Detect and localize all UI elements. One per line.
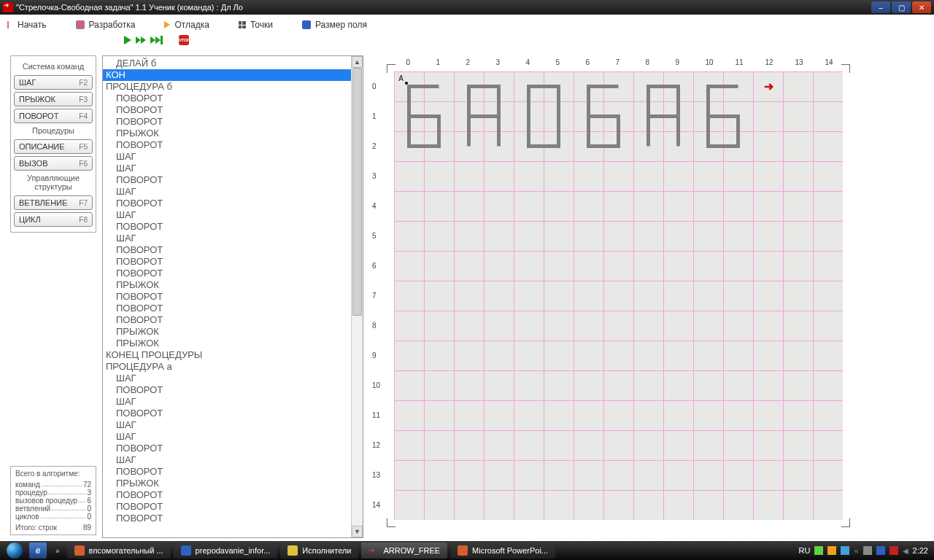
play-icon[interactable] — [124, 36, 131, 44]
code-line[interactable]: ПОВОРОТ — [103, 489, 351, 501]
code-line[interactable]: ПРОЦЕДУРА а — [103, 361, 351, 373]
code-line[interactable]: ПРЫЖОК — [103, 338, 351, 349]
code-line[interactable]: ПРЫЖОК — [103, 478, 351, 489]
code-line[interactable]: ПОВОРОТ — [103, 501, 351, 513]
code-line[interactable]: ПРЫЖОК — [103, 128, 351, 139]
stats-header: Всего в алгоритме: — [15, 470, 91, 478]
code-line[interactable]: ШАГ — [103, 209, 351, 221]
code-line[interactable]: ПОВОРОТ — [103, 268, 351, 279]
code-line[interactable]: ПОВОРОТ — [103, 104, 351, 116]
taskbar-item[interactable]: ➜ ARROW_FREE — [361, 542, 447, 559]
code-line[interactable]: ПРОЦЕДУРА б — [103, 81, 351, 93]
menu-points[interactable]: Точки — [239, 20, 273, 30]
code-line[interactable]: ПОВОРОТ — [103, 139, 351, 151]
tray-icon-5[interactable] — [876, 546, 885, 555]
menu-points-label: Точки — [250, 20, 273, 30]
menu-debug[interactable]: Отладка — [164, 20, 209, 30]
ie-quicklaunch-icon[interactable]: e — [29, 542, 47, 559]
code-line[interactable]: ПОВОРОТ — [103, 244, 351, 256]
code-line[interactable]: ПОВОРОТ — [103, 291, 351, 303]
menu-fieldsize[interactable]: Размер поля — [302, 20, 367, 30]
code-line[interactable]: ДЕЛАЙ б — [103, 58, 351, 69]
scroll-down-button[interactable]: ▼ — [352, 526, 363, 537]
code-line[interactable]: ПОВОРОТ — [103, 303, 351, 314]
taskbar-item-label: Исполнители — [302, 546, 351, 555]
code-line[interactable]: ШАГ — [103, 373, 351, 384]
taskbar-item[interactable]: prepodavanie_infor... — [174, 542, 278, 559]
row-label: 12 — [372, 441, 380, 449]
taskbar-item[interactable]: Microsoft PowerPoi... — [450, 542, 555, 559]
stop-icon[interactable]: STOP — [179, 35, 189, 45]
code-line[interactable]: ШАГ — [103, 419, 351, 431]
code-line[interactable]: ШАГ — [103, 396, 351, 408]
menu-dev-label: Разработка — [89, 20, 136, 30]
scroll-thumb[interactable] — [352, 68, 362, 316]
tray-icon-1[interactable] — [814, 546, 823, 555]
tray-icon-3[interactable] — [841, 546, 849, 555]
col-label: 6 — [586, 58, 590, 66]
lang-indicator[interactable]: RU — [799, 546, 811, 555]
code-line[interactable]: ШАГ — [103, 151, 351, 163]
taskbar-item[interactable]: впсомогательный ... — [67, 542, 171, 559]
scroll-up-button[interactable]: ▲ — [352, 56, 363, 68]
code-line[interactable]: ПОВОРОТ — [103, 93, 351, 104]
turtle-arrow-icon: ➜ — [764, 79, 773, 93]
tray-icon-2[interactable] — [827, 546, 836, 555]
code-line[interactable]: ПОВОРОТ — [103, 408, 351, 419]
window-close-button[interactable]: ✕ — [912, 1, 931, 13]
quicklaunch-more[interactable]: » — [50, 547, 66, 555]
code-line[interactable]: ПОВОРОТ — [103, 513, 351, 524]
step-play-icon[interactable] — [150, 36, 163, 44]
cmd-button-цикл[interactable]: ЦИКЛF8 — [14, 212, 93, 227]
cmd-button-прыжок[interactable]: ПРЫЖОКF3 — [14, 92, 93, 106]
system-tray: RU « ◀ 2:22 — [793, 546, 934, 555]
cmd-button-поворот[interactable]: ПОВОРОТF4 — [14, 109, 93, 123]
col-label: 13 — [795, 58, 803, 66]
code-line[interactable]: ПОВОРОТ — [103, 198, 351, 209]
code-line[interactable]: ПРЫЖОК — [103, 326, 351, 338]
code-line[interactable]: ШАГ — [103, 163, 351, 174]
tray-icon-6[interactable] — [889, 546, 898, 555]
window-maximize-button[interactable]: ▢ — [892, 1, 911, 13]
fieldsize-icon — [302, 20, 311, 29]
code-line[interactable]: ПОВОРОТ — [103, 466, 351, 478]
command-panel: Система командШАГF2ПРЫЖОКF3ПОВОРОТF4Проц… — [10, 55, 96, 233]
code-line[interactable]: ПОВОРОТ — [103, 443, 351, 454]
code-line[interactable]: ПОВОРОТ — [103, 384, 351, 396]
window-title: "Стрелочка-Свободная задача" 1.1 Ученик … — [16, 3, 243, 12]
menu-dev[interactable]: Разработка — [76, 20, 136, 30]
code-line[interactable]: ШАГ — [103, 186, 351, 198]
menu-start[interactable]: Начать — [7, 20, 47, 30]
taskbar-item-label: Microsoft PowerPoi... — [472, 546, 548, 555]
code-line[interactable]: КОН — [103, 69, 351, 81]
code-line[interactable]: ШАГ — [103, 454, 351, 466]
code-line[interactable]: КОНЕЦ ПРОЦЕДУРЫ — [103, 349, 351, 361]
code-line[interactable]: ПОВОРОТ — [103, 116, 351, 128]
tray-expand[interactable]: ◀ — [903, 547, 908, 555]
col-label: 3 — [496, 58, 501, 66]
code-line[interactable]: ПОВОРОТ — [103, 314, 351, 326]
panel-section-header: Процедуры — [14, 126, 93, 135]
code-line[interactable]: ПРЫЖОК — [103, 279, 351, 291]
cmd-button-шаг[interactable]: ШАГF2 — [14, 75, 93, 90]
tray-icon-4[interactable] — [863, 546, 872, 555]
fast-play-icon[interactable] — [136, 36, 146, 44]
tray-more[interactable]: « — [854, 546, 858, 555]
cmd-button-вызов[interactable]: ВЫЗОВF6 — [14, 156, 93, 171]
cmd-button-ветвление[interactable]: ВЕТВЛЕНИЕF7 — [14, 195, 93, 210]
clock[interactable]: 2:22 — [913, 546, 928, 555]
cmd-button-описание[interactable]: ОПИСАНИЕF5 — [14, 139, 93, 154]
windows-orb-icon — [7, 542, 23, 559]
row-label: 9 — [372, 351, 377, 359]
folder-icon — [287, 545, 298, 556]
code-list[interactable]: ДЕЛАЙ бКОНПРОЦЕДУРА бПОВОРОТПОВОРОТПОВОР… — [103, 56, 351, 537]
window-minimize-button[interactable]: – — [871, 1, 890, 13]
start-button[interactable] — [0, 541, 29, 560]
code-scrollbar[interactable]: ▲ ▼ — [351, 56, 363, 537]
code-line[interactable]: ПОВОРОТ — [103, 174, 351, 186]
code-line[interactable]: ШАГ — [103, 431, 351, 443]
code-line[interactable]: ШАГ — [103, 233, 351, 244]
taskbar-item[interactable]: Исполнители — [280, 542, 358, 559]
code-line[interactable]: ПОВОРОТ — [103, 221, 351, 233]
code-line[interactable]: ПОВОРОТ — [103, 256, 351, 268]
